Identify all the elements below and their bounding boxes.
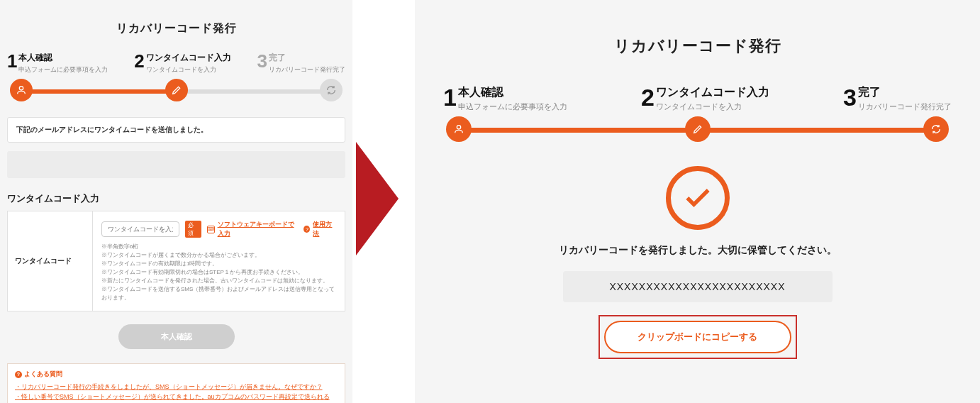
keyboard-icon: ⌨ (207, 226, 215, 233)
software-keyboard-link[interactable]: ソフトウェアキーボードで入力 (218, 220, 299, 238)
svg-point-1 (457, 126, 460, 129)
panel-complete: リカバリーコード発行 1 本人確認 申込フォームに必要事項を入力 2 ワンタイム… (415, 0, 980, 403)
step-2: 2 ワンタイムコード入力 ワンタイムコードを入力 (641, 85, 769, 112)
pencil-icon (685, 116, 711, 142)
field-label: ワンタイムコード (8, 211, 93, 311)
issued-message: リカバリーコードを発行しました。大切に保管してください。 (443, 244, 952, 257)
copy-button-highlight: クリップボードにコピーする (598, 315, 797, 359)
step-2: 2 ワンタイムコード入力 ワンタイムコードを入力 (134, 52, 230, 74)
progress-bar (443, 116, 952, 145)
step-3: 3 完了 リカバリーコード発行完了 (843, 85, 952, 112)
step-indicator: 1 本人確認 申込フォームに必要事項を入力 2 ワンタイムコード入力 ワンタイム… (443, 85, 952, 112)
help-icon: ? (304, 226, 310, 233)
step-indicator: 1 本人確認 申込フォームに必要事項を入力 2 ワンタイムコード入力 ワンタイム… (7, 52, 345, 74)
copy-to-clipboard-button[interactable]: クリップボードにコピーする (604, 321, 791, 353)
faq-box: ? よくある質問 ・リカバリーコード発行の手続きをしましたが、SMS（ショートメ… (7, 363, 345, 403)
faq-link-2[interactable]: ・怪しい番号でSMS（ショートメッセージ）が送られてきました。auカブコムのパス… (15, 392, 338, 403)
section-header: ワンタイムコード入力 (7, 192, 345, 205)
required-badge: 必須 (185, 221, 201, 238)
faq-link-1[interactable]: ・リカバリーコード発行の手続きをしましたが、SMS（ショートメッセージ）が届きま… (15, 382, 338, 392)
verify-button[interactable]: 本人確認 (118, 324, 235, 349)
input-notes: 半角数字6桁 ワンタイムコードが届くまで数分かかる場合がございます。 ワンタイム… (101, 243, 336, 302)
panel-step2: リカバリーコード発行 1 本人確認 申込フォームに必要事項を入力 2 ワンタイム… (0, 0, 352, 403)
refresh-icon (923, 116, 949, 142)
success-check-icon (666, 166, 730, 230)
transition-arrow (356, 142, 413, 255)
otp-input-table: ワンタイムコード 必須 ⌨ ソフトウェアキーボードで入力 ? 使用方法 半角数字… (7, 211, 345, 311)
step-3: 3 完了 リカバリーコード発行完了 (257, 52, 345, 74)
svg-point-0 (19, 87, 23, 90)
refresh-icon (320, 79, 343, 101)
info-message: 下記のメールアドレスにワンタイムコードを送信しました。 (7, 117, 345, 143)
step-1: 1 本人確認 申込フォームに必要事項を入力 (443, 85, 567, 112)
faq-title: ? よくある質問 (15, 370, 338, 379)
pencil-icon (165, 79, 188, 101)
otp-input[interactable] (101, 221, 179, 237)
question-icon: ? (15, 371, 22, 378)
progress-bar (7, 79, 345, 104)
email-display-box (7, 151, 345, 178)
person-icon (446, 116, 472, 142)
person-icon (10, 79, 33, 101)
page-title: リカバリーコード発行 (443, 35, 952, 57)
usage-link[interactable]: 使用方法 (313, 220, 336, 238)
step-1: 1 本人確認 申込フォームに必要事項を入力 (7, 52, 108, 74)
page-title: リカバリーコード発行 (7, 21, 345, 36)
recovery-code-display: XXXXXXXXXXXXXXXXXXXXXXXX (563, 271, 833, 302)
